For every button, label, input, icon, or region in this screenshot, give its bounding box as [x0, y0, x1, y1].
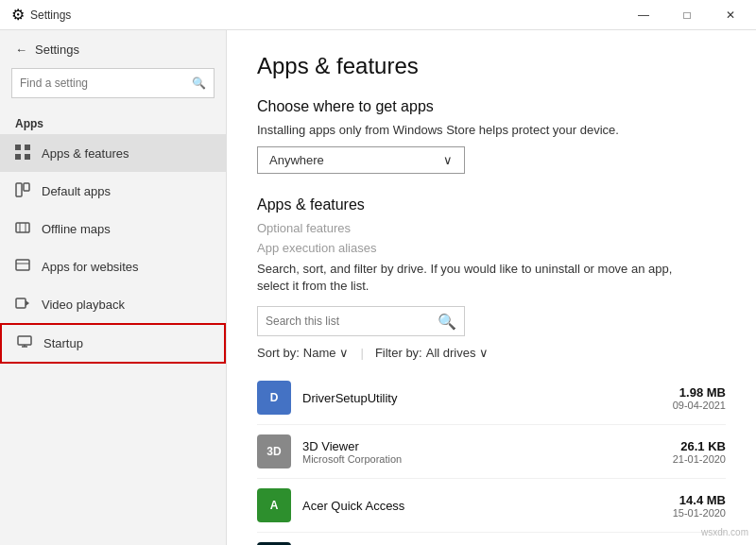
svg-rect-11: [16, 298, 26, 308]
default-apps-icon: [15, 182, 30, 200]
sort-label: Sort by:: [257, 346, 300, 360]
maximize-button[interactable]: □: [665, 0, 709, 30]
svg-rect-1: [25, 145, 30, 150]
svg-rect-6: [16, 223, 29, 232]
filter-chevron-icon: ∨: [479, 346, 489, 360]
apps-features-section: Apps & features Optional features App ex…: [257, 196, 726, 545]
app-icon: A: [257, 488, 291, 522]
choose-section-subtitle: Installing apps only from Windows Store …: [257, 123, 726, 137]
svg-rect-0: [15, 145, 21, 150]
title-bar-title: Settings: [30, 9, 71, 22]
sidebar-label-video-playback: Video playback: [42, 298, 125, 312]
choose-section-title: Choose where to get apps: [257, 98, 726, 115]
sidebar-item-startup[interactable]: Startup: [0, 323, 226, 364]
app-date: 15-01-2020: [673, 507, 726, 519]
apps-websites-icon: [15, 258, 30, 276]
app-name: 3D Viewer: [302, 439, 662, 453]
svg-marker-12: [26, 300, 29, 306]
sort-chevron-icon: ∨: [339, 346, 349, 360]
app-size: 1.98 MB: [673, 385, 726, 400]
sidebar: ← Settings 🔍 Apps Apps & features Defaul…: [0, 30, 227, 545]
sidebar-item-apps-websites[interactable]: Apps for websites: [0, 247, 226, 285]
app-search-box[interactable]: 🔍: [257, 306, 465, 336]
sidebar-search-box[interactable]: 🔍: [11, 68, 215, 98]
app-source-dropdown[interactable]: Anywhere ∨: [257, 146, 465, 174]
offline-maps-icon: [15, 220, 30, 238]
sort-value: Name: [303, 346, 336, 360]
filter-label: Filter by:: [375, 346, 422, 360]
title-bar: ⚙ Settings — □ ✕: [0, 0, 756, 30]
app-meta: 1.98 MB 09-04-2021: [673, 385, 726, 411]
watermark: wsxdn.com: [701, 527, 748, 537]
settings-icon: ⚙: [11, 6, 25, 24]
app-search-input[interactable]: [266, 315, 438, 328]
sidebar-label-apps-features: Apps & features: [42, 146, 129, 161]
sidebar-item-video-playback[interactable]: Video playback: [0, 285, 226, 323]
apps-section-title: Apps & features: [257, 196, 726, 213]
page-title: Apps & features: [257, 53, 726, 79]
sidebar-item-default-apps[interactable]: Default apps: [0, 172, 226, 210]
sidebar-label-default-apps: Default apps: [42, 184, 111, 198]
sort-dropdown[interactable]: Name ∨: [303, 346, 350, 360]
app-name: DriverSetupUtility: [302, 391, 662, 405]
svg-rect-9: [16, 260, 29, 270]
svg-rect-13: [18, 336, 31, 345]
app-list-item[interactable]: A Acer Quick Access 14.4 MB 15-01-2020: [257, 479, 726, 533]
video-playback-icon: [15, 296, 30, 314]
dropdown-value: Anywhere: [269, 153, 324, 167]
app-size: 26.1 KB: [673, 439, 726, 453]
filter-row: Sort by: Name ∨ | Filter by: All drives …: [257, 346, 726, 360]
app-meta: 14.4 MB 15-01-2020: [673, 493, 726, 519]
sidebar-label-offline-maps: Offline maps: [42, 222, 111, 236]
filter-dropdown[interactable]: All drives ∨: [426, 346, 490, 360]
app-search-icon: 🔍: [438, 313, 456, 331]
app-list-item[interactable]: Ps Adobe Photoshop 2021 2.70 GB 15-01-20…: [257, 533, 726, 545]
svg-rect-5: [24, 183, 29, 191]
sidebar-section-label: Apps: [0, 110, 226, 134]
svg-rect-3: [25, 154, 30, 160]
sidebar-page-title: Settings: [35, 43, 79, 57]
app-size: 14.4 MB: [673, 493, 726, 507]
minimize-button[interactable]: —: [622, 0, 665, 30]
app-date: 21-01-2020: [673, 453, 726, 465]
app-name: Acer Quick Access: [302, 499, 662, 513]
sidebar-label-startup: Startup: [43, 336, 83, 350]
app-execution-aliases-link[interactable]: App execution aliases: [257, 241, 726, 255]
app-list: D DriverSetupUtility 1.98 MB 09-04-2021 …: [257, 371, 726, 545]
close-button[interactable]: ✕: [709, 0, 752, 30]
sidebar-item-apps-features[interactable]: Apps & features: [0, 134, 226, 172]
app-icon: D: [257, 381, 291, 415]
app-container: ← Settings 🔍 Apps Apps & features Defaul…: [0, 30, 756, 545]
app-icon: 3D: [257, 434, 291, 468]
app-info: DriverSetupUtility: [302, 391, 662, 405]
app-list-item[interactable]: D DriverSetupUtility 1.98 MB 09-04-2021: [257, 371, 726, 425]
apps-features-icon: [15, 145, 30, 162]
choose-section: Choose where to get apps Installing apps…: [257, 98, 726, 174]
optional-features-link[interactable]: Optional features: [257, 221, 726, 235]
svg-rect-4: [16, 183, 22, 196]
app-publisher: Microsoft Corporation: [302, 453, 662, 465]
startup-icon: [17, 334, 32, 352]
app-info: Acer Quick Access: [302, 499, 662, 513]
app-list-item[interactable]: 3D 3D Viewer Microsoft Corporation 26.1 …: [257, 425, 726, 479]
app-date: 09-04-2021: [673, 400, 726, 411]
app-meta: 26.1 KB 21-01-2020: [673, 439, 726, 465]
sidebar-label-apps-websites: Apps for websites: [42, 260, 139, 274]
app-info: 3D Viewer Microsoft Corporation: [302, 439, 662, 465]
sidebar-search-icon: 🔍: [192, 77, 206, 90]
dropdown-chevron-icon: ∨: [443, 153, 453, 167]
sidebar-search-input[interactable]: [20, 77, 192, 90]
title-bar-left: ⚙ Settings: [4, 6, 622, 24]
sidebar-item-offline-maps[interactable]: Offline maps: [0, 210, 226, 247]
filter-value: All drives: [426, 346, 476, 360]
search-sort-desc: Search, sort, and filter by drive. If yo…: [257, 261, 692, 295]
filter-separator: |: [360, 346, 363, 360]
back-icon: ←: [15, 43, 27, 57]
sidebar-back-button[interactable]: ← Settings: [0, 30, 226, 68]
main-content: Apps & features Choose where to get apps…: [227, 30, 756, 545]
svg-rect-2: [15, 154, 21, 160]
